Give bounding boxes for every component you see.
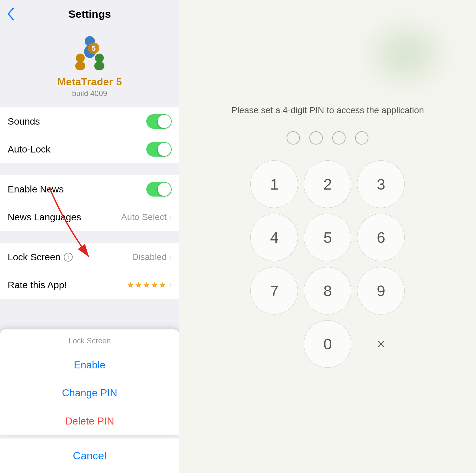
news-languages-value: Auto Select ›	[121, 212, 172, 222]
settings-panel: Settings 5 MetaTrader 5 build 4009 Sound…	[0, 0, 179, 473]
lock-screen-label: Lock Screen i	[8, 252, 73, 262]
num-btn-4[interactable]: 4	[250, 214, 298, 261]
svg-text:5: 5	[91, 44, 95, 52]
svg-point-2	[76, 54, 85, 62]
action-sheet-overlay: Lock Screen Enable Change PIN Delete PIN…	[0, 329, 179, 473]
autolock-row: Auto-Lock	[0, 135, 179, 163]
settings-group-3: Lock Screen i Disabled › Rate this App! …	[0, 243, 179, 299]
nav-title: Settings	[68, 8, 111, 20]
toggle-thumb	[158, 183, 171, 196]
news-languages-label: News Languages	[8, 212, 81, 223]
enable-news-toggle[interactable]	[146, 182, 172, 197]
num-btn-empty	[250, 320, 298, 368]
num-btn-7[interactable]: 7	[250, 267, 298, 314]
num-btn-1[interactable]: 1	[250, 160, 298, 208]
num-btn-0[interactable]: 0	[304, 320, 351, 368]
settings-group-1: Sounds Auto-Lock	[0, 107, 179, 163]
enable-news-label: Enable News	[8, 184, 64, 195]
back-button[interactable]	[6, 7, 15, 21]
num-btn-2[interactable]: 2	[304, 160, 351, 208]
change-pin-button[interactable]: Change PIN	[0, 379, 179, 407]
cancel-button[interactable]: Cancel	[0, 438, 179, 473]
action-sheet: Lock Screen Enable Change PIN Delete PIN	[0, 329, 179, 435]
toggle-thumb	[158, 143, 171, 156]
chevron-icon: ›	[169, 253, 172, 262]
sounds-label: Sounds	[8, 116, 40, 127]
num-btn-9[interactable]: 9	[357, 267, 405, 314]
cancel-bar: Cancel	[0, 438, 179, 473]
pin-dot-2	[309, 131, 323, 145]
delete-pin-button[interactable]: Delete PIN	[0, 407, 179, 435]
chevron-icon: ›	[169, 281, 172, 289]
rate-app-value: ★★★★★ ›	[127, 280, 172, 290]
logo-section: 5 MetaTrader 5 build 4009	[0, 28, 179, 107]
pin-instruction: Please set a 4-digit PIN to access the a…	[231, 105, 424, 115]
rate-app-row[interactable]: Rate this App! ★★★★★ ›	[0, 271, 179, 299]
pin-dot-4	[355, 131, 368, 145]
sounds-row: Sounds	[0, 107, 179, 135]
toggle-thumb	[158, 115, 171, 128]
lock-screen-row[interactable]: Lock Screen i Disabled ›	[0, 243, 179, 271]
chevron-icon: ›	[169, 213, 172, 222]
sounds-toggle[interactable]	[146, 114, 172, 129]
num-btn-8[interactable]: 8	[304, 267, 351, 314]
autolock-toggle[interactable]	[146, 142, 172, 157]
pin-dot-1	[287, 131, 300, 145]
pin-dots	[287, 131, 368, 145]
pin-container: Please set a 4-digit PIN to access the a…	[231, 105, 424, 368]
app-logo: 5	[71, 34, 109, 72]
num-btn-3[interactable]: 3	[357, 160, 405, 208]
delete-button[interactable]: ×	[357, 320, 405, 368]
lock-screen-value: Disabled ›	[132, 252, 172, 262]
nav-bar: Settings	[0, 0, 179, 28]
gap-2	[0, 232, 179, 243]
settings-group-2: Enable News News Languages Auto Select ›	[0, 175, 179, 231]
num-btn-6[interactable]: 6	[357, 214, 405, 261]
enable-button[interactable]: Enable	[0, 351, 179, 379]
app-name: MetaTrader 5	[57, 76, 122, 88]
numpad: 1 2 3 4 5 6 7 8 9 0 ×	[250, 160, 405, 368]
background-blob	[362, 19, 451, 89]
svg-point-4	[95, 54, 104, 62]
autolock-label: Auto-Lock	[8, 144, 50, 155]
gap-1	[0, 164, 179, 175]
rate-app-label: Rate this App!	[8, 280, 67, 290]
build-number: build 4009	[72, 89, 107, 98]
num-btn-5[interactable]: 5	[304, 214, 351, 261]
news-languages-row[interactable]: News Languages Auto Select ›	[0, 203, 179, 231]
action-sheet-title: Lock Screen	[0, 329, 179, 351]
enable-news-row: Enable News	[0, 175, 179, 203]
pin-dot-3	[332, 131, 346, 145]
svg-point-3	[75, 62, 85, 70]
pin-panel: Please set a 4-digit PIN to access the a…	[179, 0, 476, 473]
stars-icon: ★★★★★	[127, 280, 167, 290]
info-icon[interactable]: i	[64, 253, 73, 262]
svg-point-5	[94, 62, 104, 70]
